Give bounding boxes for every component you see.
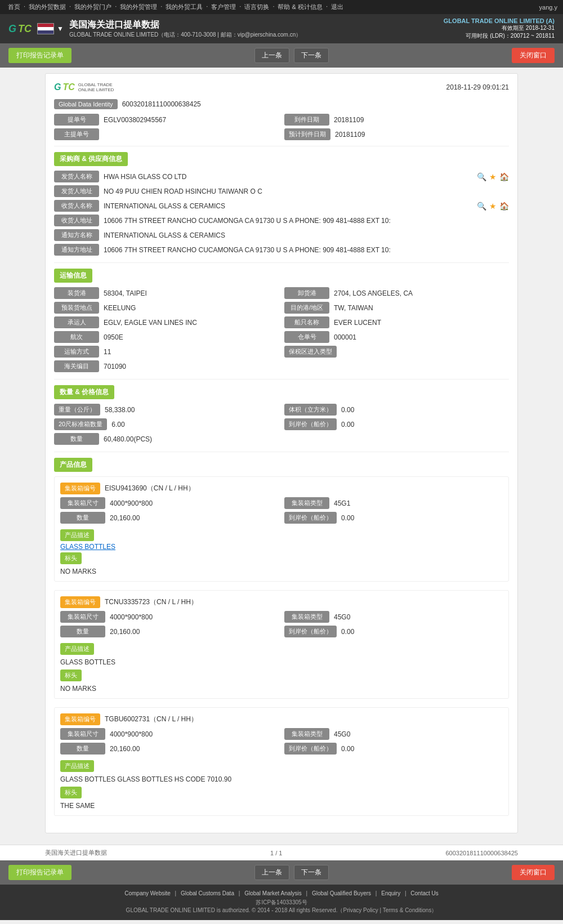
nav-tools[interactable]: 我的外贸工具 [166,3,203,11]
logo-area: G TC ▼ 美国海关进口提单数据 GLOBAL TRADE ONLINE LI… [8,19,301,39]
insurance-mode-label: 保税区进入类型 [284,346,337,358]
shipper-address-row: 发货人地址 NO 49 PUU CHIEN ROAD HSINCHU TAIWA… [54,185,509,197]
logo-g: G [8,23,16,35]
desc-link-0[interactable]: GLASS BOTTLES [60,543,115,551]
notify-name-row: 通知方名称 INTERNATIONAL GLASS & CERAMICS [54,229,509,241]
desc-title-0: 产品描述 [60,529,94,541]
size-field-1: 集装箱尺寸 4000*900*800 [60,611,279,623]
marks-title-0: 标头 [60,552,82,564]
shipper-name-label: 发货人名称 [54,171,99,182]
print-button-top[interactable]: 打印报告记录单 [8,48,72,63]
buyer-supplier-header: 采购商 & 供应商信息 [54,152,128,166]
size-value-2: 4000*900*800 [110,730,279,738]
nav-home[interactable]: 首页 [8,3,20,11]
nav-logout[interactable]: 退出 [331,3,343,11]
qty-field-2: 数量 20,160.00 [60,743,279,755]
print-button-bottom[interactable]: 打印报告记录单 [8,865,72,880]
nav-links[interactable]: 首页 · 我的外贸数据 · 我的外贸门户 · 我的外贸管理 · 我的外贸工具 ·… [6,3,346,11]
product-item-0: 集装箱编号 EISU9413690（CN / L / HH） 集装箱尺寸 400… [54,476,509,582]
bill-no-value: EGLV003802945567 [104,116,279,124]
close-button-top[interactable]: 关闭窗口 [512,48,555,63]
footer-link-contact[interactable]: Contact Us [410,890,438,896]
gdi-row: Global Data Identity 6003201811100006384… [54,99,509,109]
weight-field: 重量（公斤） 58,338.00 [54,404,279,416]
estimated-date-value: 20181109 [335,131,509,139]
price-value-0: 0.00 [341,514,503,522]
desc-text-2: GLASS BOTTLES GLASS BOTTLES HS CODE 7010… [60,775,503,783]
loading-place-label: 预装货地点 [54,302,99,314]
container-no-value-0: EISU9413690（CN / L / HH） [105,484,503,493]
footer-links[interactable]: Company Website | Global Customs Data | … [6,890,557,896]
qty-label-2: 数量 [60,743,105,755]
nav-help[interactable]: 帮助 & 税计信息 [278,3,322,11]
marks-value-2: THE SAME [60,802,503,810]
card-logo-tc: TC [62,82,74,92]
marks-title-1: 标头 [60,669,82,681]
nav-language[interactable]: 语言切换 [244,3,269,11]
desc-block-2: 产品描述 [60,757,503,774]
shipper-search-icon[interactable]: 🔍 [477,172,486,181]
footer-link-market[interactable]: Global Market Analysis [244,890,302,896]
size-label-1: 集装箱尺寸 [60,611,105,623]
type-value-2: 45G0 [334,730,503,738]
nav-my-data[interactable]: 我的外贸数据 [29,3,66,11]
destination-field: 目的港/地区 TW, TAIWAN [284,302,509,314]
container-no-row-1: 集装箱编号 TCNU3335723（CN / L / HH） [60,596,503,608]
type-field-2: 集装箱类型 45G0 [284,728,503,740]
notify-name-value: INTERNATIONAL GLASS & CERAMICS [104,231,509,239]
next-button-top[interactable]: 下一条 [294,48,329,63]
consignee-home-icon[interactable]: 🏠 [499,202,509,211]
footer-link-company[interactable]: Company Website [124,890,171,896]
container-no-badge-1: 集装箱编号 [60,596,100,608]
carrier-vessel-row: 承运人 EGLV, EAGLE VAN LINES INC 船只名称 EVER … [54,316,509,328]
footer-link-buyers[interactable]: Global Qualified Buyers [312,890,371,896]
marks-block-1: 标头 [60,668,503,683]
price-field-2: 到岸价（船价） 0.00 [284,743,503,755]
qty-value-1: 20,160.00 [110,628,279,636]
consignee-star-icon[interactable]: ★ [489,202,497,211]
footer-page-info: 1 / 1 [270,850,282,856]
card-logo-g: G [54,82,61,92]
card-logo-full: GLOBAL TRADEONLINE LIMITED [78,82,114,92]
type-value-0: 45G1 [334,499,503,507]
bill-no-label: 提单号 [54,114,99,126]
container-no-value-2: TGBU6002731（CN / L / HH） [105,715,503,724]
footer-link-enquiry[interactable]: Enquiry [381,890,400,896]
container20-field: 20尺标准箱数量 6.00 [54,418,279,430]
type-label-1: 集装箱类型 [284,611,329,623]
desc-text-1: GLASS BOTTLES [60,658,503,666]
size-type-row-0: 集装箱尺寸 4000*900*800 集装箱类型 45G1 [60,497,503,509]
type-field-1: 集装箱类型 45G0 [284,611,503,623]
user-label: yang.y [539,4,557,11]
notify-address-row: 通知方地址 10606 7TH STREET RANCHO CUCAMONGA … [54,244,509,256]
footer-label: 美国海关进口提单数据 [45,849,107,857]
consignee-name-value: INTERNATIONAL GLASS & CERAMICS [104,202,474,210]
voyage-value: 0950E [104,333,279,341]
shipper-name-value: HWA HSIA GLASS CO LTD [104,173,474,181]
logo-tc: TC [18,23,32,35]
footer-link-customs[interactable]: Global Customs Data [181,890,234,896]
load-discharge-row: 装货港 58304, TAIPEI 卸货港 2704, LOS ANGELES,… [54,287,509,299]
nav-portal[interactable]: 我的外贸门户 [74,3,111,11]
shipper-home-icon[interactable]: 🏠 [499,172,509,181]
master-estimated-row: 主提单号 预计到件日期 20181109 [54,128,509,140]
nav-clients[interactable]: 客户管理 [211,3,236,11]
voyage-field: 航次 0950E [54,331,279,343]
container20-label: 20尺标准箱数量 [54,418,107,430]
customs-code-row: 海关编目 701090 [54,360,509,372]
consignee-search-icon[interactable]: 🔍 [477,202,486,211]
notify-name-label: 通知方名称 [54,229,99,241]
nav-manage[interactable]: 我的外贸管理 [120,3,157,11]
size-label-0: 集装箱尺寸 [60,497,105,509]
prev-button-bottom[interactable]: 上一条 [254,865,289,880]
page-subtitle: GLOBAL TRADE ONLINE LIMITED（电话：400-710-3… [69,31,301,39]
prev-button-top[interactable]: 上一条 [254,48,289,63]
footer-record-id: 600320181110000638425 [446,850,518,856]
consignee-name-label: 收货人名称 [54,200,99,212]
close-button-bottom[interactable]: 关闭窗口 [512,865,555,880]
product-item-2: 集装箱编号 TGBU6002731（CN / L / HH） 集装箱尺寸 400… [54,707,509,816]
next-button-bottom[interactable]: 下一条 [294,865,329,880]
flag-area: ▼ [37,23,64,34]
shipper-star-icon[interactable]: ★ [489,172,497,181]
size-field-0: 集装箱尺寸 4000*900*800 [60,497,279,509]
